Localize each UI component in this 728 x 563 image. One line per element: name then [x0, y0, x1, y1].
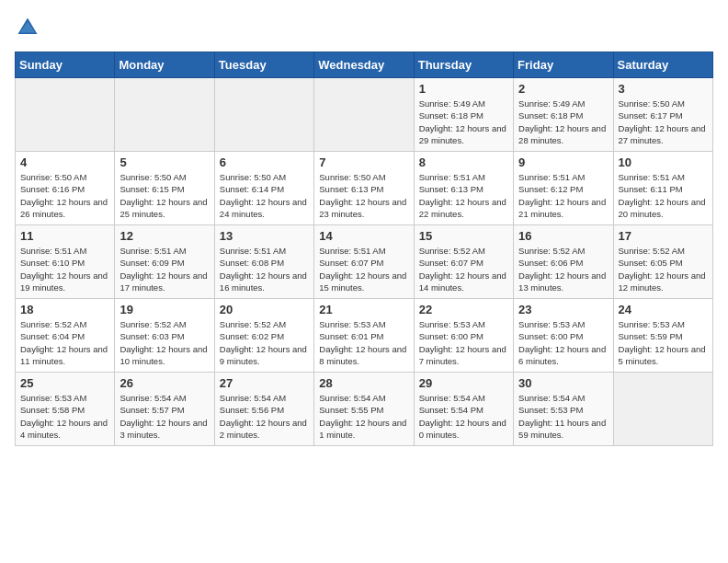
day-number: 24 [619, 303, 708, 316]
calendar-cell [115, 78, 214, 152]
day-number: 25 [20, 376, 109, 390]
calendar-cell: 23Sunrise: 5:53 AMSunset: 6:00 PMDayligh… [514, 299, 613, 373]
day-info: Sunrise: 5:53 AMSunset: 6:00 PMDaylight:… [518, 318, 608, 367]
calendar-week-5: 25Sunrise: 5:53 AMSunset: 5:58 PMDayligh… [16, 373, 713, 446]
day-info: Sunrise: 5:50 AMSunset: 6:16 PMDaylight:… [20, 171, 109, 220]
day-number: 18 [20, 303, 109, 316]
calendar-cell: 17Sunrise: 5:52 AMSunset: 6:05 PMDayligh… [613, 225, 712, 299]
day-info: Sunrise: 5:54 AMSunset: 5:54 PMDaylight:… [419, 392, 508, 441]
calendar-cell: 14Sunrise: 5:51 AMSunset: 6:07 PMDayligh… [314, 225, 414, 299]
calendar-week-1: 1Sunrise: 5:49 AMSunset: 6:18 PMDaylight… [16, 78, 713, 152]
day-number: 7 [319, 155, 408, 169]
day-info: Sunrise: 5:54 AMSunset: 5:56 PMDaylight:… [220, 392, 309, 441]
day-info: Sunrise: 5:51 AMSunset: 6:11 PMDaylight:… [619, 171, 708, 220]
calendar-cell: 21Sunrise: 5:53 AMSunset: 6:01 PMDayligh… [314, 299, 414, 373]
day-number: 19 [119, 303, 209, 316]
calendar-cell: 18Sunrise: 5:52 AMSunset: 6:04 PMDayligh… [16, 299, 115, 373]
day-number: 10 [619, 155, 708, 169]
day-info: Sunrise: 5:51 AMSunset: 6:09 PMDaylight:… [119, 245, 209, 293]
logo [15, 15, 46, 40]
calendar-cell: 8Sunrise: 5:51 AMSunset: 6:13 PMDaylight… [414, 152, 513, 225]
calendar-cell: 29Sunrise: 5:54 AMSunset: 5:54 PMDayligh… [414, 373, 513, 446]
day-info: Sunrise: 5:49 AMSunset: 6:18 PMDaylight:… [419, 98, 508, 146]
day-number: 20 [220, 303, 309, 316]
day-number: 30 [518, 376, 608, 390]
day-info: Sunrise: 5:49 AMSunset: 6:18 PMDaylight:… [518, 98, 608, 146]
day-info: Sunrise: 5:50 AMSunset: 6:13 PMDaylight:… [319, 171, 408, 220]
day-number: 23 [518, 303, 608, 316]
day-number: 26 [119, 376, 209, 390]
day-number: 15 [419, 229, 508, 243]
day-number: 4 [20, 155, 109, 169]
day-number: 8 [419, 155, 508, 169]
header-day-thursday: Thursday [414, 52, 513, 78]
header-day-sunday: Sunday [16, 52, 115, 78]
calendar-cell: 10Sunrise: 5:51 AMSunset: 6:11 PMDayligh… [613, 152, 712, 225]
calendar-cell: 27Sunrise: 5:54 AMSunset: 5:56 PMDayligh… [214, 373, 313, 446]
day-number: 28 [319, 376, 408, 390]
day-info: Sunrise: 5:51 AMSunset: 6:08 PMDaylight:… [220, 245, 309, 293]
calendar-cell: 6Sunrise: 5:50 AMSunset: 6:14 PMDaylight… [214, 152, 313, 225]
day-info: Sunrise: 5:52 AMSunset: 6:07 PMDaylight:… [419, 245, 508, 293]
day-number: 16 [518, 229, 608, 243]
calendar-cell: 15Sunrise: 5:52 AMSunset: 6:07 PMDayligh… [414, 225, 513, 299]
calendar-cell: 12Sunrise: 5:51 AMSunset: 6:09 PMDayligh… [115, 225, 214, 299]
day-number: 6 [220, 155, 309, 169]
calendar-cell [613, 373, 712, 446]
calendar-cell: 20Sunrise: 5:52 AMSunset: 6:02 PMDayligh… [214, 299, 313, 373]
day-number: 22 [419, 303, 508, 316]
day-info: Sunrise: 5:51 AMSunset: 6:13 PMDaylight:… [419, 171, 508, 220]
calendar-week-2: 4Sunrise: 5:50 AMSunset: 6:16 PMDaylight… [16, 152, 713, 225]
calendar-cell: 25Sunrise: 5:53 AMSunset: 5:58 PMDayligh… [16, 373, 115, 446]
day-info: Sunrise: 5:54 AMSunset: 5:55 PMDaylight:… [319, 392, 408, 441]
day-number: 9 [518, 155, 608, 169]
calendar-body: 1Sunrise: 5:49 AMSunset: 6:18 PMDaylight… [16, 78, 713, 446]
day-info: Sunrise: 5:51 AMSunset: 6:12 PMDaylight:… [518, 171, 608, 220]
calendar-cell [16, 78, 115, 152]
day-number: 1 [419, 82, 508, 96]
header-day-saturday: Saturday [613, 52, 712, 78]
day-info: Sunrise: 5:51 AMSunset: 6:10 PMDaylight:… [20, 245, 109, 293]
day-info: Sunrise: 5:52 AMSunset: 6:05 PMDaylight:… [619, 245, 708, 293]
day-number: 3 [619, 82, 708, 96]
calendar-cell: 3Sunrise: 5:50 AMSunset: 6:17 PMDaylight… [613, 78, 712, 152]
day-info: Sunrise: 5:51 AMSunset: 6:07 PMDaylight:… [319, 245, 408, 293]
day-number: 14 [319, 229, 408, 243]
calendar-cell: 22Sunrise: 5:53 AMSunset: 6:00 PMDayligh… [414, 299, 513, 373]
day-number: 12 [119, 229, 209, 243]
calendar-cell: 30Sunrise: 5:54 AMSunset: 5:53 PMDayligh… [514, 373, 613, 446]
day-info: Sunrise: 5:52 AMSunset: 6:03 PMDaylight:… [119, 318, 209, 367]
calendar-cell: 5Sunrise: 5:50 AMSunset: 6:15 PMDaylight… [115, 152, 214, 225]
day-info: Sunrise: 5:54 AMSunset: 5:57 PMDaylight:… [119, 392, 209, 441]
calendar-week-4: 18Sunrise: 5:52 AMSunset: 6:04 PMDayligh… [16, 299, 713, 373]
calendar-cell [314, 78, 414, 152]
calendar-cell: 28Sunrise: 5:54 AMSunset: 5:55 PMDayligh… [314, 373, 414, 446]
day-number: 21 [319, 303, 408, 316]
calendar-cell: 19Sunrise: 5:52 AMSunset: 6:03 PMDayligh… [115, 299, 214, 373]
day-info: Sunrise: 5:52 AMSunset: 6:04 PMDaylight:… [20, 318, 109, 367]
day-number: 27 [220, 376, 309, 390]
calendar-cell: 9Sunrise: 5:51 AMSunset: 6:12 PMDaylight… [514, 152, 613, 225]
day-info: Sunrise: 5:50 AMSunset: 6:17 PMDaylight:… [619, 98, 708, 146]
day-info: Sunrise: 5:53 AMSunset: 6:00 PMDaylight:… [419, 318, 508, 367]
day-info: Sunrise: 5:53 AMSunset: 6:01 PMDaylight:… [319, 318, 408, 367]
calendar-cell: 24Sunrise: 5:53 AMSunset: 5:59 PMDayligh… [613, 299, 712, 373]
day-info: Sunrise: 5:54 AMSunset: 5:53 PMDaylight:… [518, 392, 608, 441]
calendar-week-3: 11Sunrise: 5:51 AMSunset: 6:10 PMDayligh… [16, 225, 713, 299]
calendar-cell: 11Sunrise: 5:51 AMSunset: 6:10 PMDayligh… [16, 225, 115, 299]
day-info: Sunrise: 5:50 AMSunset: 6:14 PMDaylight:… [220, 171, 309, 220]
calendar-header-row: SundayMondayTuesdayWednesdayThursdayFrid… [16, 52, 713, 78]
header-day-monday: Monday [115, 52, 214, 78]
day-number: 13 [220, 229, 309, 243]
day-number: 11 [20, 229, 109, 243]
calendar-table: SundayMondayTuesdayWednesdayThursdayFrid… [15, 52, 713, 446]
logo-icon [15, 15, 40, 40]
day-number: 17 [619, 229, 708, 243]
day-info: Sunrise: 5:53 AMSunset: 5:59 PMDaylight:… [619, 318, 708, 367]
header-day-friday: Friday [514, 52, 613, 78]
header-day-wednesday: Wednesday [314, 52, 414, 78]
day-number: 5 [119, 155, 209, 169]
day-number: 2 [518, 82, 608, 96]
calendar-cell [214, 78, 313, 152]
day-info: Sunrise: 5:52 AMSunset: 6:02 PMDaylight:… [220, 318, 309, 367]
